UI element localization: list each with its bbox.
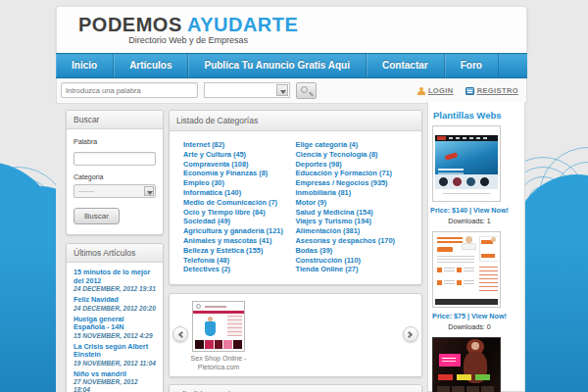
logo-text: PODEMOS AYUDARTE bbox=[78, 14, 298, 35]
category-field-label: Categoria bbox=[74, 173, 156, 180]
main-navigation: Inicio Artículos Publica Tu Anuncio Grat… bbox=[56, 53, 527, 78]
article-link[interactable]: 15 minutos de lo mejor del 2012 bbox=[74, 269, 156, 285]
category-link[interactable]: Telefonía (48) bbox=[183, 256, 296, 266]
category-link[interactable]: Deportes (98) bbox=[296, 160, 409, 170]
categories-list: Internet (82) Arte y Cultura (45) Compra… bbox=[170, 131, 421, 284]
logo-primary: PODEMOS bbox=[78, 14, 182, 35]
category-link[interactable]: Agricultura y ganadería (121) bbox=[183, 226, 296, 236]
category-link[interactable]: Tienda Online (27) bbox=[296, 265, 409, 274]
category-link[interactable]: Internet (82) bbox=[183, 140, 296, 150]
category-field-select[interactable]: -------- bbox=[74, 184, 156, 198]
latest-articles-title: Últimos Artículos bbox=[67, 244, 163, 263]
nav-item-foro[interactable]: Foro bbox=[445, 54, 499, 77]
category-link[interactable]: Informática (140) bbox=[183, 188, 296, 198]
word-field-input[interactable] bbox=[74, 152, 156, 166]
search-icon-handle bbox=[309, 92, 314, 97]
chevron-right-icon bbox=[406, 331, 413, 338]
carousel-prev-button[interactable] bbox=[172, 326, 188, 342]
background-decoration-right bbox=[525, 0, 588, 392]
logo[interactable]: PODEMOS AYUDARTE Directorio Web y de Emp… bbox=[78, 14, 298, 45]
thumbnail-mock-website bbox=[435, 234, 498, 305]
register-link[interactable]: REGISTRO bbox=[466, 86, 518, 95]
carousel-next-button[interactable] bbox=[403, 326, 418, 342]
article-date: 27 NOVEMBER, 2012 18:04 bbox=[74, 378, 156, 392]
category-link[interactable]: Ocio y Tiempo libre (84) bbox=[183, 208, 296, 218]
search-input[interactable] bbox=[61, 82, 198, 98]
search-button[interactable] bbox=[296, 82, 317, 99]
category-link[interactable]: Medio de Comunicación (7) bbox=[183, 198, 296, 208]
nav-item-contactar[interactable]: Contactar bbox=[367, 54, 445, 77]
article-link[interactable]: Huelga general Española - 14N bbox=[74, 316, 156, 332]
category-field-value: -------- bbox=[78, 188, 94, 194]
article-date: 19 NOVEMBER, 2012 11:04 bbox=[74, 360, 156, 368]
category-link[interactable]: Asesorías y despachos (170) bbox=[296, 236, 409, 246]
category-link[interactable]: Detectives (2) bbox=[183, 265, 296, 274]
carousel-thumbnail-sexshop[interactable] bbox=[192, 301, 245, 352]
category-link[interactable]: Empresas / Negocios (935) bbox=[296, 178, 409, 188]
category-link[interactable]: Motor (9) bbox=[296, 198, 409, 208]
category-link[interactable]: Belleza y Estética (155) bbox=[183, 246, 296, 256]
article-link[interactable]: La Crisis según Albert Einstein bbox=[74, 343, 156, 360]
categories-box: Listado de Categorías Internet (82) Arte… bbox=[169, 110, 422, 285]
article-item[interactable]: Huelga general Española - 14N 15 NOVEMBE… bbox=[74, 316, 156, 340]
article-item[interactable]: La Crisis según Albert Einstein 19 NOVEM… bbox=[74, 343, 156, 368]
templates-panel: Plantillas Webs Price: $140 | View Now! … bbox=[427, 102, 525, 392]
logo-accent: AYUDARTE bbox=[187, 14, 298, 35]
nav-item-publica-anuncio[interactable]: Publica Tu Anuncio Gratis Aqui bbox=[188, 54, 367, 77]
article-item[interactable]: Feliz Navidad 24 DECEMBER, 2012 20:20 bbox=[74, 296, 156, 313]
blue-fill bbox=[525, 240, 588, 392]
template-thumbnail-repair-service[interactable] bbox=[432, 231, 501, 308]
template-downloads: Downloads: 1 bbox=[428, 217, 511, 225]
carousel-caption[interactable]: Sex Shop Online - Pletórica.com bbox=[174, 355, 263, 371]
template-price-link[interactable]: Price: $140 | View Now! bbox=[428, 206, 511, 215]
category-link[interactable]: Inmobiliaria (81) bbox=[296, 188, 409, 198]
search-category-select[interactable] bbox=[204, 82, 290, 98]
select-dropdown-button[interactable] bbox=[144, 186, 154, 196]
category-link[interactable]: Bodas (39) bbox=[296, 246, 409, 256]
template-price-link[interactable]: Price: $75 | View Now! bbox=[428, 312, 511, 320]
search-box-title: Buscar bbox=[67, 111, 163, 129]
recently-added-title: Añadidos Recientemente bbox=[170, 385, 421, 392]
article-item[interactable]: Niño vs mandril 27 NOVEMBER, 2012 18:04 bbox=[74, 370, 156, 392]
categories-column-right: Elige categoría (4) Ciencia y Tecnología… bbox=[296, 140, 409, 274]
category-link[interactable]: Salud y Medicina (154) bbox=[296, 208, 409, 218]
article-item[interactable]: 15 minutos de lo mejor del 2012 24 DECEM… bbox=[74, 269, 156, 293]
buscar-submit-button[interactable]: Buscar bbox=[74, 208, 120, 224]
thumbnail-mock-website bbox=[193, 302, 244, 351]
carousel-caption-line1: Sex Shop Online - bbox=[174, 355, 263, 364]
nav-item-articulos[interactable]: Artículos bbox=[114, 54, 188, 77]
select-dropdown-button[interactable] bbox=[276, 84, 288, 96]
categories-column-left: Internet (82) Arte y Cultura (45) Compra… bbox=[183, 140, 296, 274]
category-link[interactable]: Construcción (110) bbox=[296, 256, 409, 266]
sponsors-carousel: Sex Shop Online - Pletórica.com bbox=[169, 293, 422, 377]
latest-articles-box: Últimos Artículos 15 minutos de lo mejor… bbox=[66, 243, 164, 392]
category-link[interactable]: Elige categoría (4) bbox=[296, 140, 409, 150]
nav-item-inicio[interactable]: Inicio bbox=[56, 54, 114, 77]
auth-links: LOGIN REGISTRO bbox=[417, 86, 518, 95]
category-link[interactable]: Animales y mascotas (41) bbox=[183, 236, 296, 246]
thumbnail-mock-website bbox=[435, 128, 498, 199]
login-label: LOGIN bbox=[428, 86, 454, 95]
category-link[interactable]: Viajes y Turismo (194) bbox=[296, 217, 409, 226]
category-link[interactable]: Alimentación (381) bbox=[296, 226, 409, 236]
article-link[interactable]: Niño vs mandril bbox=[74, 370, 156, 379]
page-container: PODEMOS AYUDARTE Directorio Web y de Emp… bbox=[56, 6, 527, 104]
category-link[interactable]: Empleo (30) bbox=[183, 178, 296, 188]
category-link[interactable]: Arte y Cultura (45) bbox=[183, 150, 296, 160]
category-link[interactable]: Economía y Finanzas (8) bbox=[183, 169, 296, 178]
chevron-down-icon bbox=[280, 90, 286, 94]
search-box: Buscar Palabra Categoria -------- Buscar bbox=[66, 110, 164, 235]
login-link[interactable]: LOGIN bbox=[417, 86, 454, 95]
category-link[interactable]: Ciencia y Tecnología (8) bbox=[296, 150, 409, 160]
register-label: REGISTRO bbox=[477, 86, 518, 95]
template-thumbnail-fashion[interactable] bbox=[432, 337, 501, 392]
article-link[interactable]: Feliz Navidad bbox=[74, 296, 156, 305]
article-date: 24 DECEMBER, 2012 20:20 bbox=[74, 305, 156, 313]
category-link[interactable]: Sociedad (49) bbox=[183, 217, 296, 226]
carousel-caption-line2: Pletórica.com bbox=[174, 364, 263, 372]
category-link[interactable]: Educación y Formación (71) bbox=[296, 169, 409, 178]
category-link[interactable]: Compraventa (108) bbox=[183, 160, 296, 170]
latest-articles-list: 15 minutos de lo mejor del 2012 24 DECEM… bbox=[67, 263, 163, 392]
search-box-form: Palabra Categoria -------- Buscar bbox=[67, 129, 163, 234]
template-thumbnail-diving[interactable] bbox=[432, 125, 501, 202]
